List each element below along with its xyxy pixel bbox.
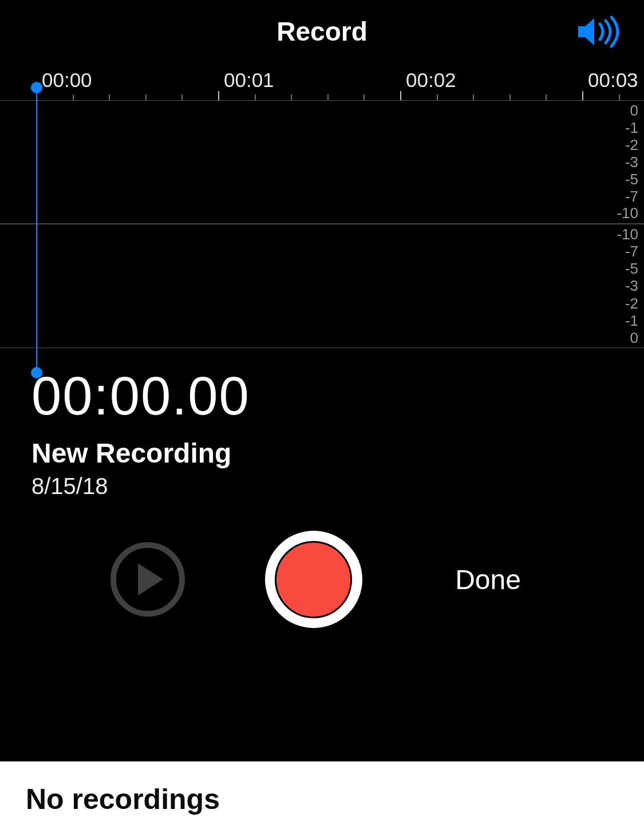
- ruler-tick-minor: [73, 94, 74, 100]
- time-counter: 00:00.00: [31, 365, 613, 427]
- db-label: -3: [625, 155, 638, 169]
- controls: Done: [0, 522, 644, 637]
- library-bar[interactable]: No recordings: [0, 761, 644, 837]
- ruler-tick-minor: [109, 94, 110, 100]
- ruler-label: 00:00: [42, 69, 92, 92]
- done-button[interactable]: Done: [442, 564, 534, 595]
- speaker-button[interactable]: [575, 14, 621, 49]
- db-scale-top: 0-1-2-3-5-7-10: [617, 103, 638, 221]
- ruler-tick-minor: [546, 94, 547, 100]
- db-label: -2: [625, 296, 638, 311]
- db-scale-bottom: -10-7-5-3-2-10: [617, 227, 638, 346]
- db-label: -5: [625, 172, 638, 187]
- ruler-tick-minor: [255, 94, 256, 100]
- record-icon: [275, 541, 352, 618]
- header: Record: [0, 0, 644, 63]
- page-title: Record: [276, 16, 367, 47]
- waveform-bottom: -10-7-5-3-2-10: [0, 224, 644, 348]
- ruler-label: 00:01: [224, 69, 274, 92]
- db-label: -7: [625, 189, 638, 204]
- db-label: -1: [625, 313, 638, 328]
- db-label: -2: [625, 137, 638, 152]
- ruler-tick-minor: [327, 94, 329, 100]
- db-label: 0: [630, 330, 638, 345]
- db-label: -10: [617, 206, 638, 220]
- ruler-tick-minor: [364, 94, 365, 100]
- db-label: -7: [625, 244, 638, 259]
- playhead[interactable]: [36, 87, 37, 373]
- library-empty-message: No recordings: [26, 783, 220, 816]
- speaker-icon: [577, 16, 620, 48]
- ruler-tick-minor: [145, 94, 147, 100]
- recording-date: 8/15/18: [31, 473, 613, 499]
- recording-title[interactable]: New Recording: [31, 437, 613, 469]
- ruler-tick-minor: [509, 94, 511, 100]
- ruler-tick-minor: [437, 94, 438, 100]
- ruler-tick-minor: [619, 94, 620, 100]
- db-label: 0: [630, 103, 638, 118]
- play-icon: [138, 563, 163, 595]
- waveform-top: 0-1-2-3-5-7-10: [0, 101, 644, 224]
- ruler-tick-minor: [181, 94, 183, 100]
- ruler-tick-major: [582, 91, 583, 100]
- ruler-tick-minor: [473, 94, 474, 100]
- recording-info: 00:00.00 New Recording 8/15/18: [0, 348, 644, 499]
- db-label: -5: [625, 261, 638, 276]
- waveform-area[interactable]: 0-1-2-3-5-7-10 -10-7-5-3-2-10: [0, 101, 644, 348]
- db-label: -10: [617, 227, 638, 242]
- ruler-label: 00:02: [406, 69, 456, 92]
- play-button[interactable]: [110, 542, 185, 617]
- ruler-tick-major: [218, 91, 219, 100]
- ruler-label: 00:03: [588, 69, 638, 92]
- db-label: -1: [625, 120, 638, 135]
- ruler-tick-major: [400, 91, 401, 100]
- ruler-tick-minor: [291, 94, 292, 100]
- record-button[interactable]: [265, 531, 362, 628]
- db-label: -3: [625, 278, 638, 293]
- timeline-ruler[interactable]: 00:0000:0100:0200:0300:0400:05: [0, 63, 644, 101]
